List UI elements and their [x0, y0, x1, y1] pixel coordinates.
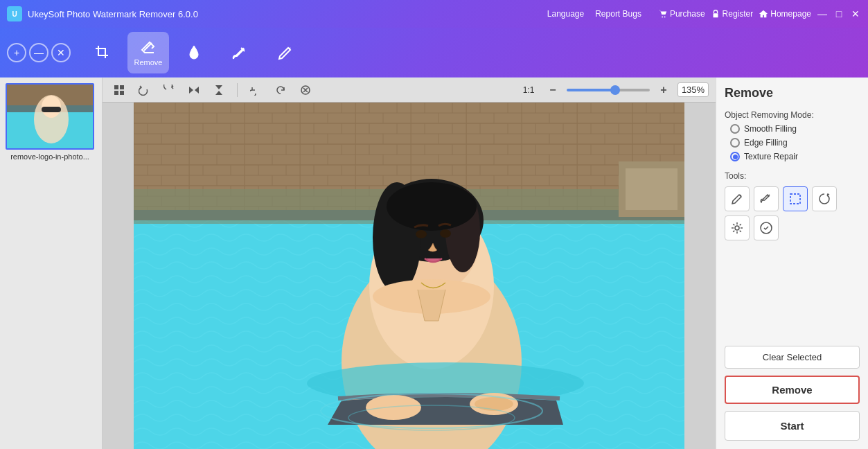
rotate-cw-icon [163, 85, 175, 96]
main-canvas[interactable] [134, 103, 684, 449]
main-toolbar: + — ✕ Remove [0, 28, 868, 78]
flip-v-button[interactable] [209, 80, 229, 100]
brush2-icon [759, 192, 773, 206]
thumbnail-label: remove-logo-in-photo... [6, 152, 94, 161]
clear-selected-button[interactable]: Clear Selected [725, 346, 860, 369]
redo-icon [275, 85, 286, 96]
zoom-controls: 1:1 − + 135% [518, 80, 709, 100]
tools-label: Tools: [725, 171, 860, 181]
crop-tool[interactable] [82, 32, 123, 73]
titlebar-nav: Language Report Bugs Purchase Register H… [547, 8, 861, 19]
separator-1 [237, 83, 238, 97]
remove-file-button[interactable]: — [29, 43, 48, 62]
canvas-scene [134, 103, 684, 449]
thumbnail-panel: remove-logo-in-photo... [0, 78, 103, 449]
register-link[interactable]: Register [711, 8, 754, 19]
svg-point-1 [664, 17, 666, 18]
zoom-out-button[interactable]: − [543, 80, 563, 100]
radio-texture-repair[interactable]: Texture Repair [730, 152, 860, 161]
radio-label-smooth: Smooth Filling [744, 124, 797, 134]
remove-tool[interactable]: Remove [127, 32, 169, 73]
report-bugs-button[interactable]: Report Bugs [595, 9, 641, 19]
start-button[interactable]: Start [725, 411, 860, 441]
grid-button[interactable] [109, 80, 129, 100]
remove-button[interactable]: Remove [725, 376, 860, 404]
pencil-icon [730, 192, 744, 206]
svg-marker-11 [215, 85, 222, 89]
eyedropper-tool[interactable] [265, 32, 306, 73]
main-area: remove-logo-in-photo... [0, 78, 868, 449]
brush2-tool-btn[interactable] [754, 186, 779, 211]
svg-point-47 [735, 226, 739, 230]
radio-dot-texture [733, 155, 738, 159]
lock-icon [711, 9, 720, 19]
zoom-slider[interactable] [567, 89, 650, 91]
thumbnail-item[interactable]: remove-logo-in-photo... [6, 83, 96, 161]
file-buttons: + — ✕ [7, 43, 71, 62]
removing-mode-section: Object Removing Mode: Smooth Filling Edg… [725, 110, 860, 161]
brush-icon [231, 44, 248, 61]
spacer [725, 247, 860, 339]
svg-point-31 [440, 229, 451, 238]
grid-icon [114, 85, 125, 96]
radio-edge-filling[interactable]: Edge Filling [730, 138, 860, 148]
undo-button[interactable] [246, 80, 265, 100]
tools-row [725, 186, 860, 240]
lasso-tool-btn[interactable] [812, 186, 837, 211]
flip-h-icon [188, 85, 200, 96]
svg-point-30 [416, 230, 427, 238]
smart-tool-btn[interactable] [754, 215, 779, 240]
window-controls: Purchase Register Homepage — □ ✕ [658, 8, 861, 19]
radio-label-texture: Texture Repair [744, 152, 798, 161]
rotate-ccw-icon [139, 85, 150, 96]
flip-h-button[interactable] [184, 80, 204, 100]
close-file-button[interactable]: ✕ [51, 43, 71, 62]
zoom-percent: 135% [677, 82, 709, 97]
magic-fill-tool-btn[interactable] [725, 215, 750, 240]
add-file-button[interactable]: + [7, 43, 26, 62]
thumbnail-image [6, 83, 94, 150]
svg-rect-8 [42, 107, 61, 112]
panel-title: Remove [725, 86, 860, 100]
close-button[interactable]: ✕ [850, 8, 861, 19]
fill-tool[interactable] [173, 32, 215, 73]
smart-icon [759, 221, 773, 235]
svg-marker-9 [189, 87, 193, 94]
svg-point-0 [662, 17, 663, 18]
app-title: UkeySoft Photo Watermark Remover 6.0.0 [28, 9, 547, 19]
radio-label-edge: Edge Filling [744, 138, 788, 148]
purchase-link[interactable]: Purchase [658, 8, 705, 19]
maximize-button[interactable]: □ [833, 8, 844, 19]
homepage-link[interactable]: Homepage [759, 8, 811, 19]
rotate-cw-button[interactable] [159, 80, 179, 100]
redo-button[interactable] [271, 80, 290, 100]
canvas-area: 1:1 − + 135% [103, 78, 716, 449]
pencil-tool-btn[interactable] [725, 186, 750, 211]
thumbnail-scene [7, 85, 94, 150]
minimize-button[interactable]: — [817, 8, 828, 19]
svg-marker-12 [215, 91, 222, 95]
svg-point-37 [475, 397, 513, 411]
svg-point-29 [387, 182, 477, 231]
app-logo: U [7, 6, 22, 21]
brush-tool[interactable] [219, 32, 260, 73]
svg-marker-10 [195, 87, 199, 94]
zoom-ratio: 1:1 [518, 85, 539, 95]
radio-circle-texture [730, 152, 740, 161]
language-button[interactable]: Language [547, 9, 584, 19]
radio-smooth-filling[interactable]: Smooth Filling [730, 124, 860, 134]
cancel-selection-button[interactable] [296, 80, 315, 100]
svg-rect-46 [790, 194, 800, 204]
radio-circle-smooth [730, 124, 740, 134]
svg-point-35 [366, 395, 421, 420]
rotate-ccw-button[interactable] [134, 80, 154, 100]
rect-select-icon [788, 192, 802, 206]
flip-v-icon [213, 85, 224, 96]
rect-select-tool-btn[interactable] [783, 186, 808, 211]
zoom-in-button[interactable]: + [654, 80, 673, 100]
cart-icon [658, 9, 668, 19]
magic-fill-icon [730, 221, 744, 235]
radio-group: Smooth Filling Edge Filling Texture Repa… [730, 124, 860, 161]
cancel-icon [300, 85, 311, 96]
lasso-icon [817, 192, 831, 206]
